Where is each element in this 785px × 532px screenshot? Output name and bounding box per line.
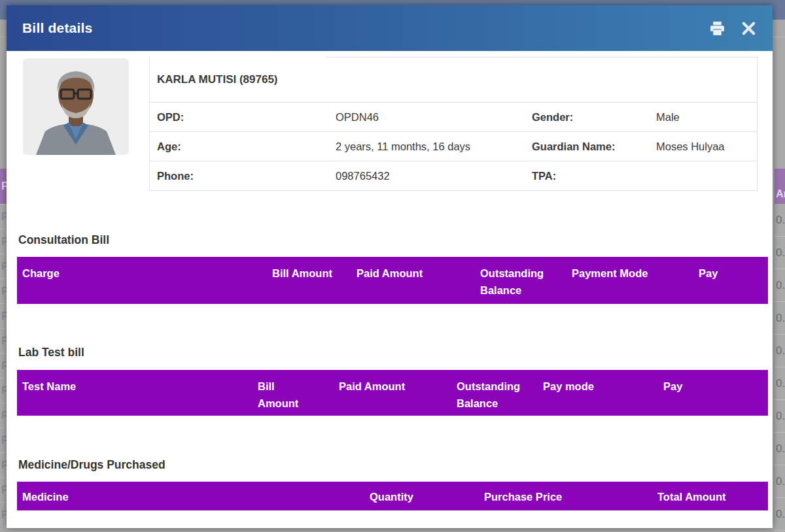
- age-value: 2 years, 11 months, 16 days: [336, 141, 532, 153]
- patient-name: KARLA MUTISI (89765): [149, 57, 326, 103]
- background-right-column-header: An: [775, 169, 785, 204]
- background-row-text: 0.: [775, 204, 785, 237]
- background-right-table-strip: An 0.0.0.0.0.0.0.0.0.0.: [775, 169, 785, 532]
- col-purchase-price: Purchase Price: [479, 482, 652, 510]
- patient-name-spacer: [326, 57, 758, 103]
- info-row-age: Age: 2 years, 11 months, 16 days Guardia…: [149, 132, 758, 161]
- col-medicine: Medicine: [17, 482, 364, 510]
- col-paid-amount: Paid Amount: [351, 257, 475, 304]
- guardian-label: Guardian Name:: [532, 141, 656, 153]
- gender-value: Male: [656, 111, 757, 124]
- col-total-amount: Total Amount: [652, 482, 768, 510]
- patient-photo: [23, 58, 129, 155]
- screen: P PPPPPPPPPPPPP An 0.0.0.0.0.0.0.0.0.0. …: [0, 0, 785, 532]
- col-outstanding-balance: Outstanding Balance: [475, 257, 567, 304]
- print-icon[interactable]: [708, 20, 725, 37]
- modal-title: Bill details: [22, 20, 92, 36]
- col-pay-mode: Pay mode: [538, 370, 658, 416]
- col-charge: Charge: [17, 257, 267, 304]
- info-row-phone: Phone: 098765432 TPA:: [149, 161, 758, 191]
- background-right-rows: 0.0.0.0.0.0.0.0.0.0.: [775, 204, 785, 531]
- col-paid-amount: Paid Amount: [334, 370, 451, 416]
- background-row-text: 0.: [775, 237, 785, 269]
- guardian-value: Moses Hulyaa: [656, 141, 757, 153]
- opd-value: OPDN46: [336, 111, 532, 124]
- close-icon[interactable]: [740, 20, 757, 37]
- patient-name-row: KARLA MUTISI (89765): [149, 57, 758, 103]
- col-pay: Pay: [693, 257, 768, 304]
- col-pay: Pay: [658, 370, 768, 416]
- medicine-header-row: Medicine Quantity Purchase Price Total A…: [17, 482, 768, 510]
- background-row-text: 0.: [775, 302, 785, 335]
- lab-test-bill-heading: Lab Test bill: [18, 346, 84, 359]
- background-row-text: 0.: [775, 400, 785, 433]
- background-row-text: 0.: [775, 465, 785, 498]
- phone-value: 098765432: [336, 170, 532, 182]
- info-row-opd: OPD: OPDN46 Gender: Male: [149, 103, 758, 132]
- opd-label: OPD:: [150, 111, 336, 124]
- consultation-bill-heading: Consultation Bill: [18, 233, 109, 247]
- col-payment-mode: Payment Mode: [567, 257, 693, 304]
- medicine-drugs-heading: Medicine/Drugs Purchased: [18, 458, 166, 472]
- consultation-bill-header-row: Charge Bill Amount Paid Amount Outstandi…: [17, 257, 768, 304]
- col-quantity: Quantity: [364, 482, 479, 510]
- age-label: Age:: [150, 141, 336, 153]
- lab-test-bill-header-row: Test Name Bill Amount Paid Amount Outsta…: [17, 370, 768, 416]
- patient-info-table: KARLA MUTISI (89765) OPD: OPDN46 Gender:…: [149, 57, 758, 191]
- col-bill-amount: Bill Amount: [253, 370, 334, 416]
- tpa-label: TPA:: [532, 170, 656, 182]
- gender-label: Gender:: [532, 111, 656, 124]
- modal-header: Bill details: [7, 5, 773, 51]
- background-row-text: 0.: [775, 498, 785, 531]
- background-row-text: 0.: [775, 433, 785, 465]
- col-test-name: Test Name: [17, 370, 253, 416]
- background-row-text: 0.: [775, 269, 785, 302]
- background-row-text: 0.: [775, 367, 785, 400]
- phone-label: Phone:: [150, 170, 336, 182]
- col-bill-amount: Bill Amount: [267, 257, 351, 304]
- background-row-text: 0.: [775, 335, 785, 367]
- bill-details-modal: Bill details: [7, 5, 773, 528]
- col-outstanding-balance: Outstanding Balance: [451, 370, 538, 416]
